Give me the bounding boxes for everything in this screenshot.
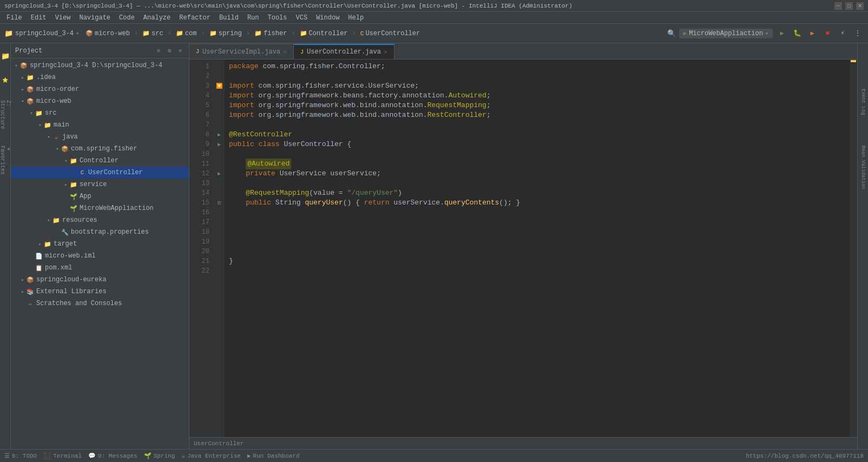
scratches-icon: ✏ [26, 299, 35, 308]
folder-icon: 📁 [52, 216, 61, 225]
code-line-4: import org.springframework.beans.factory… [229, 91, 850, 101]
tab-userserviceimpl[interactable]: J UserServiceImpl.java ✕ [189, 44, 294, 59]
tree-resources[interactable]: ▾ 📁 resources [11, 214, 189, 226]
coverage-button[interactable]: ▶ [806, 28, 818, 39]
menu-code[interactable]: Code [115, 13, 139, 23]
tree-bootstrap[interactable]: 🔧 bootstrap.properties [11, 226, 189, 238]
tree-main[interactable]: ▾ 📁 main [11, 119, 189, 131]
tree-micro-order[interactable]: ▸ 📦 micro-order [11, 83, 189, 95]
menu-vcs[interactable]: VCS [292, 13, 312, 23]
tab-usercontroller[interactable]: J UserController.java ✕ [294, 44, 394, 59]
line-num-12: 12 [189, 169, 214, 179]
tab-close-button[interactable]: ✕ [384, 49, 387, 55]
breadcrumb-usercontroller[interactable]: C UserController [357, 29, 423, 38]
close-panel-button[interactable]: ✕ [176, 47, 185, 55]
menu-view[interactable]: View [51, 13, 75, 23]
status-messages[interactable]: 💬 0: Messages [88, 452, 137, 459]
props-icon: 🔧 [61, 228, 69, 236]
spring-label: Spring [154, 453, 175, 459]
code-line-14: @RequestMapping(value = "/queryUser") [229, 188, 850, 198]
tree-micro-web[interactable]: ▾ 📦 micro-web [11, 95, 189, 107]
tab-close-button[interactable]: ✕ [284, 49, 287, 55]
menu-build[interactable]: Build [215, 13, 243, 23]
structure-icon[interactable]: Z: Structure [1, 104, 10, 126]
tree-app[interactable]: 🌱 App [11, 190, 189, 202]
toolbar-project[interactable]: 📁 springcloud_3-4 ▾ [4, 29, 79, 38]
bean-validation-icon[interactable]: Bean Validation [858, 143, 868, 192]
favorites-icon[interactable]: ★ Favorites [1, 149, 10, 171]
line-num-6: 6 [189, 110, 214, 120]
menu-window[interactable]: Window [312, 13, 344, 23]
breadcrumb-spring[interactable]: 📁 spring [206, 29, 245, 38]
tree-label: src [45, 109, 57, 117]
menu-analyze[interactable]: Analyze [139, 13, 175, 23]
stop-button[interactable]: ■ [821, 28, 833, 39]
messages-label: 0: Messages [98, 453, 137, 459]
tree-label: Scratches and Consoles [36, 300, 122, 307]
status-terminal[interactable]: ⬛ Terminal [43, 452, 82, 459]
tree-springcloud-eureka[interactable]: ▸ 📦 springcloud-eureka [11, 274, 189, 286]
code-line-9: public class UserController { [229, 140, 850, 149]
close-button[interactable]: ✕ [856, 2, 864, 10]
menu-navigate[interactable]: Navigate [75, 13, 115, 23]
tree-scratches[interactable]: ✏ Scratches and Consoles [11, 298, 189, 309]
tree-com-spring-fisher[interactable]: ▾ 📦 com.spring.fisher [11, 143, 189, 155]
tree-src[interactable]: ▾ 📁 src [11, 107, 189, 119]
settings-button[interactable]: ⚙ [165, 47, 174, 55]
tree-usercontroller[interactable]: C UserController [11, 167, 189, 179]
java-enterprise-icon: ☕ [181, 452, 185, 459]
status-spring[interactable]: 🌱 Spring [144, 452, 175, 459]
tree-service[interactable]: ▸ 📁 service [11, 179, 189, 190]
tree-arrow: ▸ [37, 241, 43, 247]
bookmark-icon[interactable]: ⭐ [1, 69, 10, 91]
title-bar: springcloud_3-4 [D:\springcloud_3-4] — .… [0, 0, 868, 12]
editor-tabs: J UserServiceImpl.java ✕ J UserControlle… [189, 43, 857, 60]
tree-label: UserController [88, 169, 143, 176]
tree-java[interactable]: ▾ ☕ java [11, 131, 189, 143]
menu-run[interactable]: Run [243, 13, 264, 23]
tree-idea[interactable]: ▸ 📁 .idea [11, 71, 189, 83]
menu-refactor[interactable]: Refactor [175, 13, 215, 23]
code-content[interactable]: package com.spring.fisher.Controller; im… [225, 60, 850, 437]
search-everywhere-icon[interactable]: 🔍 [667, 29, 676, 38]
tree-pom[interactable]: 📋 pom.xml [11, 262, 189, 274]
tree-external-libs[interactable]: ▸ 📚 External Libraries [11, 286, 189, 298]
run-button[interactable]: ▶ [776, 28, 788, 39]
event-log-icon[interactable]: Event Log [858, 87, 868, 117]
maximize-button[interactable]: □ [845, 2, 853, 10]
tree-microweb-app[interactable]: 🌱 MicroWebAppliaction [11, 202, 189, 214]
status-java-enterprise[interactable]: ☕ Java Enterprise [181, 452, 241, 459]
status-todo[interactable]: ☰ 6: TODO [4, 452, 37, 459]
tree-label: springcloud-eureka [36, 276, 107, 283]
status-run-dashboard[interactable]: ▶ Run Dashboard [247, 452, 299, 459]
menu-file[interactable]: File [2, 13, 27, 23]
code-line-16 [229, 208, 850, 217]
menu-tools[interactable]: Tools [264, 13, 292, 23]
tab-label: UserServiceImpl.java [202, 48, 280, 56]
tree-controller[interactable]: ▾ 📁 Controller [11, 155, 189, 167]
class-icon: C [78, 168, 87, 177]
breadcrumb-microweb[interactable]: 📦 micro-web [82, 29, 133, 38]
minimize-button[interactable]: ─ [834, 2, 842, 10]
xml-icon: 📋 [35, 263, 43, 272]
tree-microweb-iml[interactable]: 📄 micro-web.iml [11, 250, 189, 262]
breadcrumb-com[interactable]: 📁 com [173, 29, 200, 38]
profile-button[interactable]: ⚡ [837, 28, 849, 39]
gutter-5 [214, 101, 225, 110]
tree-springcloud[interactable]: ▾ 📦 springcloud_3-4 D:\springcloud_3-4 [11, 60, 189, 71]
collapse-all-button[interactable]: ≡ [154, 47, 163, 55]
project-icon[interactable]: 📁 [1, 45, 10, 67]
tree-arrow: ▾ [37, 122, 43, 128]
run-configuration[interactable]: ▶ MicroWebAppliaction ▾ [679, 29, 773, 38]
breadcrumb-controller[interactable]: 📁 Controller [297, 29, 351, 38]
menu-help[interactable]: Help [344, 13, 368, 23]
code-editor[interactable]: 1 2 3 4 5 6 7 8 9 10 11 12 13 14 15 16 1… [189, 60, 857, 437]
debug-button[interactable]: 🐛 [791, 28, 803, 39]
breadcrumb-fisher[interactable]: 📁 fisher [251, 29, 290, 38]
more-button[interactable]: ⋮ [852, 28, 864, 39]
package-icon: 📦 [61, 144, 69, 153]
tab-icon: J [196, 49, 199, 55]
menu-edit[interactable]: Edit [27, 13, 51, 23]
breadcrumb-src[interactable]: 📁 src [139, 29, 167, 38]
tree-target[interactable]: ▸ 📁 target [11, 238, 189, 250]
